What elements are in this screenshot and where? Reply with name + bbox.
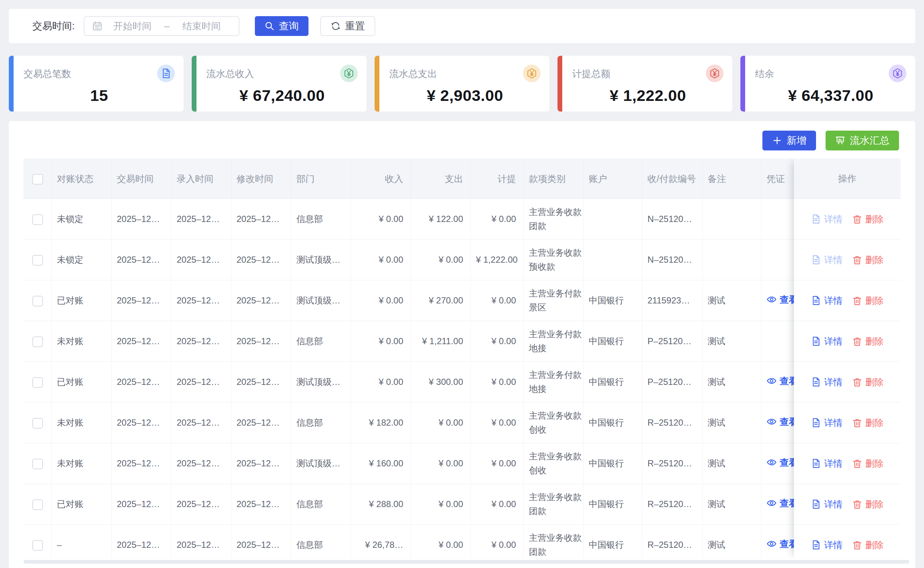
cell-income: ¥ 0.00 xyxy=(351,280,411,321)
stat-accent-stripe xyxy=(741,56,745,112)
transactions-table: 对账状态交易时间录入时间修改时间部门收入支出计提款项类别账户收/付款编号备注凭证… xyxy=(24,159,900,559)
column-header-3: 修改时间 xyxy=(231,159,291,199)
transaction-time-label: 交易时间: xyxy=(32,20,75,33)
detail-link[interactable]: 详情 xyxy=(811,335,842,347)
cell-status: 已对账 xyxy=(52,484,112,525)
cell-modified-time: 2025–12… xyxy=(231,280,291,321)
search-button[interactable]: 查询 xyxy=(255,16,309,36)
detail-link[interactable]: 详情 xyxy=(811,498,842,511)
column-header-11: 备注 xyxy=(703,159,761,199)
view-voucher-link[interactable]: 查看 xyxy=(766,292,798,307)
cell-accrual: ¥ 0.00 xyxy=(471,362,524,402)
view-voucher-link[interactable]: 查看 xyxy=(766,374,798,388)
filter-bar: 交易时间: 开始时间 – 结束时间 查询 重置 xyxy=(9,9,915,43)
column-header-2: 录入时间 xyxy=(171,159,231,199)
transactions-panel: 新增 流水汇总 对账状态交易时间录入时间修改时间部门收入支出计提款项类别账户收/… xyxy=(9,121,915,568)
view-voucher-link[interactable]: 查看 xyxy=(766,415,798,429)
detail-link[interactable]: 详情 xyxy=(811,254,842,266)
cell-status: 未锁定 xyxy=(52,240,112,280)
detail-link[interactable]: 详情 xyxy=(811,458,842,470)
delete-link[interactable]: 删除 xyxy=(852,335,884,347)
view-voucher-link[interactable]: 查看 xyxy=(766,455,798,469)
row-checkbox[interactable] xyxy=(32,499,43,510)
delete-link[interactable]: 删除 xyxy=(852,539,884,551)
cell-expense: ¥ 270.00 xyxy=(411,280,471,321)
stat-accent-stripe xyxy=(557,56,562,112)
stat-value: ¥ 2,903.00 xyxy=(389,87,541,104)
cell-category: 主营业务收款创收 xyxy=(524,402,583,443)
row-checkbox[interactable] xyxy=(32,459,43,469)
trash-icon xyxy=(852,458,862,468)
column-header-7: 计提 xyxy=(471,159,524,199)
cell-remark xyxy=(703,199,761,240)
trash-icon xyxy=(852,499,862,509)
detail-link[interactable]: 详情 xyxy=(811,295,842,307)
cell-actions: 详情删除 xyxy=(794,280,900,321)
delete-link[interactable]: 删除 xyxy=(852,458,884,470)
detail-link[interactable]: 详情 xyxy=(811,539,842,551)
delete-link[interactable]: 删除 xyxy=(852,213,884,225)
cell-expense: ¥ 1,211.00 xyxy=(411,321,471,362)
table-row: –2025–12…2025–12…2025–12…信息部¥ 26,78…¥ 0.… xyxy=(24,525,835,559)
row-checkbox[interactable] xyxy=(32,296,43,307)
cell-department: 信息部 xyxy=(291,525,351,559)
cell-department: 测试顶级… xyxy=(291,240,351,280)
cell-entry-time: 2025–12… xyxy=(171,402,231,443)
horizontal-scrollbar[interactable] xyxy=(24,560,909,563)
stat-label: 结余 xyxy=(755,65,774,80)
stat-accent-stripe xyxy=(9,56,14,112)
row-checkbox[interactable] xyxy=(32,418,43,429)
column-header-actions: 操作 xyxy=(794,159,900,199)
row-checkbox[interactable] xyxy=(32,337,43,347)
date-range-picker[interactable]: 开始时间 – 结束时间 xyxy=(84,16,239,36)
summary-button[interactable]: 流水汇总 xyxy=(826,131,899,150)
cell-status: 未对账 xyxy=(52,443,112,484)
cell-expense: ¥ 0.00 xyxy=(411,525,471,559)
select-all-checkbox[interactable] xyxy=(32,174,43,184)
row-checkbox[interactable] xyxy=(32,377,43,388)
end-time-input[interactable]: 结束时间 xyxy=(172,20,231,33)
start-time-input[interactable]: 开始时间 xyxy=(103,20,162,33)
cell-income: ¥ 288.00 xyxy=(351,484,411,525)
stats-row: 交易总笔数15流水总收入¥ 67,240.00流水总支出¥ 2,903.00计提… xyxy=(9,56,915,112)
detail-link[interactable]: 详情 xyxy=(811,376,842,388)
view-voucher-link[interactable]: 查看 xyxy=(766,537,798,551)
cell-modified-time: 2025–12… xyxy=(231,484,291,525)
document-icon xyxy=(811,295,821,306)
delete-link[interactable]: 删除 xyxy=(852,376,884,388)
stat-label: 流水总收入 xyxy=(206,65,254,80)
delete-link[interactable]: 删除 xyxy=(852,254,884,266)
detail-link[interactable]: 详情 xyxy=(811,213,842,225)
delete-link[interactable]: 删除 xyxy=(852,417,884,429)
row-checkbox[interactable] xyxy=(32,255,43,266)
cell-accrual: ¥ 0.00 xyxy=(471,321,524,362)
eye-icon xyxy=(766,539,777,549)
document-icon xyxy=(811,499,821,509)
delete-link[interactable]: 删除 xyxy=(852,295,884,307)
trash-icon xyxy=(852,255,862,265)
cell-actions: 详情删除 xyxy=(794,525,900,559)
cell-accrual: ¥ 0.00 xyxy=(471,525,524,559)
cell-modified-time: 2025–12… xyxy=(231,362,291,402)
reset-button[interactable]: 重置 xyxy=(320,16,375,36)
yen-badge-icon xyxy=(523,65,541,82)
stat-value: ¥ 64,337.00 xyxy=(755,87,906,104)
table-row: 已对账2025–12…2025–12…2025–12…信息部¥ 288.00¥ … xyxy=(24,484,835,525)
cell-actions: 详情删除 xyxy=(794,484,900,525)
view-voucher-link[interactable]: 查看 xyxy=(766,496,798,510)
cell-ref-no: P–25120… xyxy=(642,362,703,402)
cell-modified-time: 2025–12… xyxy=(231,240,291,280)
cell-accrual: ¥ 0.00 xyxy=(471,443,524,484)
cell-account: 中国银行 xyxy=(583,443,642,484)
cell-department: 信息部 xyxy=(291,484,351,525)
plus-icon xyxy=(772,135,782,146)
cell-account: 中国银行 xyxy=(583,484,642,525)
cell-modified-time: 2025–12… xyxy=(231,199,291,240)
add-button[interactable]: 新增 xyxy=(762,131,816,150)
row-checkbox[interactable] xyxy=(32,540,43,551)
cell-accrual: ¥ 0.00 xyxy=(471,484,524,525)
table-row: 未对账2025–12…2025–12…2025–12…信息部¥ 0.00¥ 1,… xyxy=(24,321,835,362)
detail-link[interactable]: 详情 xyxy=(811,417,842,429)
delete-link[interactable]: 删除 xyxy=(852,498,884,511)
row-checkbox[interactable] xyxy=(32,214,43,225)
